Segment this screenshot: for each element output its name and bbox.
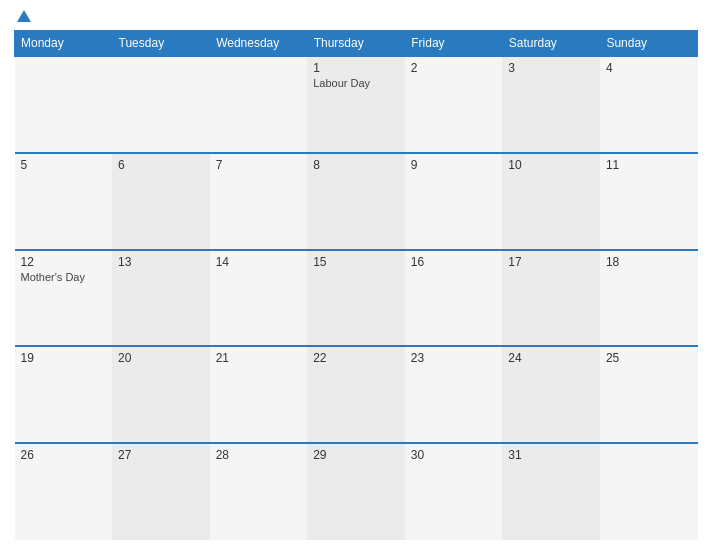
day-cell: 13	[112, 250, 210, 347]
day-number: 17	[508, 255, 594, 269]
week-row: 1Labour Day234	[15, 56, 698, 153]
day-cell: 1Labour Day	[307, 56, 405, 153]
day-cell: 6	[112, 153, 210, 250]
day-cell	[210, 56, 308, 153]
day-number: 23	[411, 351, 497, 365]
week-row: 19202122232425	[15, 346, 698, 443]
day-cell: 16	[405, 250, 503, 347]
day-number: 26	[21, 448, 107, 462]
day-number: 28	[216, 448, 302, 462]
day-cell	[112, 56, 210, 153]
calendar-table: MondayTuesdayWednesdayThursdayFridaySatu…	[14, 30, 698, 540]
col-header-friday: Friday	[405, 31, 503, 57]
day-cell: 25	[600, 346, 698, 443]
day-number: 27	[118, 448, 204, 462]
holiday-label: Labour Day	[313, 77, 399, 89]
day-number: 31	[508, 448, 594, 462]
day-cell	[600, 443, 698, 540]
week-row: 567891011	[15, 153, 698, 250]
col-header-wednesday: Wednesday	[210, 31, 308, 57]
day-number: 1	[313, 61, 399, 75]
day-number: 24	[508, 351, 594, 365]
holiday-label: Mother's Day	[21, 271, 107, 283]
day-number: 10	[508, 158, 594, 172]
day-number: 11	[606, 158, 692, 172]
top-bar	[14, 10, 698, 24]
day-cell: 18	[600, 250, 698, 347]
logo	[14, 10, 31, 24]
day-cell: 23	[405, 346, 503, 443]
day-cell: 31	[502, 443, 600, 540]
day-number: 3	[508, 61, 594, 75]
day-cell: 26	[15, 443, 113, 540]
day-cell: 29	[307, 443, 405, 540]
day-cell: 21	[210, 346, 308, 443]
day-number: 15	[313, 255, 399, 269]
day-number: 12	[21, 255, 107, 269]
week-row: 262728293031	[15, 443, 698, 540]
day-number: 16	[411, 255, 497, 269]
day-cell: 28	[210, 443, 308, 540]
calendar-page: MondayTuesdayWednesdayThursdayFridaySatu…	[0, 0, 712, 550]
day-cell: 24	[502, 346, 600, 443]
day-cell: 5	[15, 153, 113, 250]
day-number: 13	[118, 255, 204, 269]
col-header-monday: Monday	[15, 31, 113, 57]
day-number: 9	[411, 158, 497, 172]
day-number: 20	[118, 351, 204, 365]
day-number: 4	[606, 61, 692, 75]
day-number: 7	[216, 158, 302, 172]
day-cell: 17	[502, 250, 600, 347]
day-number: 2	[411, 61, 497, 75]
day-number: 18	[606, 255, 692, 269]
day-number: 19	[21, 351, 107, 365]
day-cell: 19	[15, 346, 113, 443]
day-cell: 22	[307, 346, 405, 443]
day-number: 30	[411, 448, 497, 462]
day-cell: 7	[210, 153, 308, 250]
week-row: 12Mother's Day131415161718	[15, 250, 698, 347]
day-number: 8	[313, 158, 399, 172]
col-header-thursday: Thursday	[307, 31, 405, 57]
day-number: 29	[313, 448, 399, 462]
day-cell: 4	[600, 56, 698, 153]
logo-triangle-icon	[17, 10, 31, 22]
day-cell: 9	[405, 153, 503, 250]
col-header-tuesday: Tuesday	[112, 31, 210, 57]
day-cell: 30	[405, 443, 503, 540]
day-cell: 11	[600, 153, 698, 250]
day-number: 21	[216, 351, 302, 365]
day-cell: 8	[307, 153, 405, 250]
day-number: 22	[313, 351, 399, 365]
day-cell: 14	[210, 250, 308, 347]
header-row: MondayTuesdayWednesdayThursdayFridaySatu…	[15, 31, 698, 57]
day-number: 25	[606, 351, 692, 365]
day-cell: 12Mother's Day	[15, 250, 113, 347]
day-cell: 2	[405, 56, 503, 153]
day-number: 14	[216, 255, 302, 269]
day-cell: 15	[307, 250, 405, 347]
col-header-saturday: Saturday	[502, 31, 600, 57]
day-cell: 20	[112, 346, 210, 443]
col-header-sunday: Sunday	[600, 31, 698, 57]
day-cell	[15, 56, 113, 153]
day-number: 5	[21, 158, 107, 172]
day-number: 6	[118, 158, 204, 172]
day-cell: 10	[502, 153, 600, 250]
day-cell: 27	[112, 443, 210, 540]
day-cell: 3	[502, 56, 600, 153]
